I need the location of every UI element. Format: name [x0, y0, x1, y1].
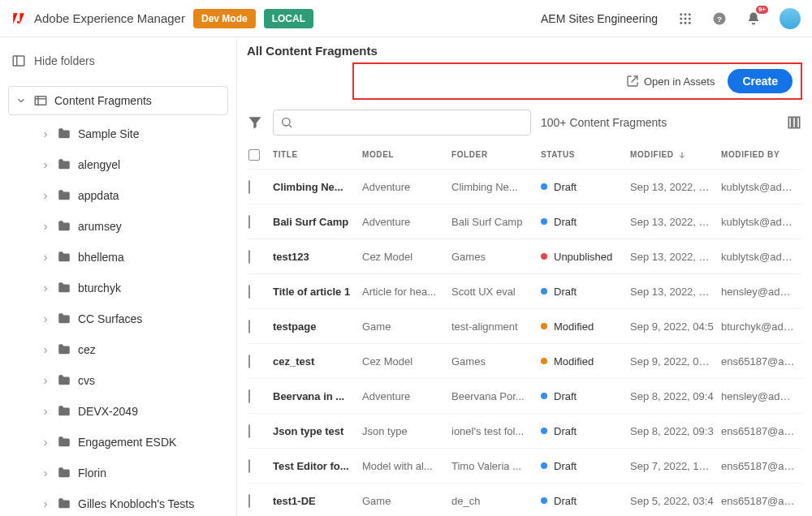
sidebar-item[interactable]: Gilles Knobloch's Tests	[8, 488, 228, 516]
svg-line-17	[289, 125, 292, 127]
cell-model: Game	[362, 320, 451, 333]
cell-folder: Beervana Por...	[451, 390, 541, 402]
brand-label: Adobe Experience Manager	[34, 11, 185, 25]
cell-modified-by: ens65187@adobe	[721, 460, 802, 472]
row-checkbox[interactable]	[248, 355, 250, 368]
svg-point-16	[283, 118, 290, 126]
sidebar-item[interactable]: cez	[8, 334, 228, 365]
chevron-down-icon	[15, 95, 27, 106]
sidebar-item[interactable]: Florin	[8, 458, 228, 488]
cell-status: Unpublished	[541, 251, 630, 263]
row-checkbox[interactable]	[248, 494, 250, 508]
table-row[interactable]: Title of article 1Article for hea...Scot…	[247, 274, 802, 309]
col-status[interactable]: STATUS	[541, 150, 630, 159]
cell-model: Article for hea...	[362, 286, 451, 298]
cell-modified: Sep 9, 2022, 01:39	[630, 355, 721, 368]
status-dot-icon	[541, 428, 547, 434]
sidebar-item-label: appdata	[78, 189, 119, 202]
sidebar-item-label: cvs	[78, 374, 95, 387]
cell-modified: Sep 13, 2022, 09:1	[630, 216, 721, 228]
org-name[interactable]: AEM Sites Engineering	[541, 12, 658, 25]
chevron-right-icon	[41, 345, 50, 355]
page-title: All Content Fragments	[247, 44, 802, 58]
sidebar-item[interactable]: CC Surfaces	[8, 303, 228, 334]
sidebar-item[interactable]: arumsey	[8, 211, 228, 242]
chevron-right-icon	[41, 406, 50, 416]
status-label: Draft	[554, 495, 577, 507]
cell-modified-by: kublytsk@adobe	[721, 251, 802, 263]
svg-rect-19	[793, 117, 795, 127]
col-folder[interactable]: FOLDER	[451, 150, 541, 159]
sidebar-item[interactable]: cvs	[8, 365, 228, 396]
folder-icon	[57, 157, 71, 172]
select-all-checkbox[interactable]	[248, 149, 260, 161]
search-input[interactable]	[273, 110, 531, 135]
table-row[interactable]: Json type testJson typeionel's test fol.…	[247, 414, 802, 449]
sidebar-item[interactable]: DEVX-2049	[8, 396, 228, 427]
col-model[interactable]: MODEL	[362, 150, 451, 159]
column-settings-icon[interactable]	[786, 114, 802, 131]
table-row[interactable]: Bali Surf CampAdventureBali Surf CampDra…	[247, 204, 802, 239]
sidebar-item-label: DEVX-2049	[78, 405, 138, 418]
cell-modified: Sep 5, 2022, 03:4	[630, 495, 721, 507]
col-title[interactable]: TITLE	[273, 150, 362, 159]
cell-folder: ionel's test fol...	[451, 425, 541, 437]
hide-folders-button[interactable]: Hide folders	[8, 45, 228, 76]
cell-status: Draft	[541, 286, 630, 298]
row-checkbox[interactable]	[248, 389, 250, 403]
sidebar-item[interactable]: bturchyk	[8, 273, 228, 303]
tree-root[interactable]: Content Fragments	[8, 86, 228, 115]
row-checkbox[interactable]	[248, 215, 250, 229]
status-label: Unpublished	[554, 251, 612, 263]
col-modified[interactable]: MODIFIED	[630, 150, 721, 160]
row-checkbox[interactable]	[248, 250, 250, 264]
tree-root-label: Content Fragments	[54, 94, 152, 107]
help-icon[interactable]: ?	[711, 11, 728, 27]
status-dot-icon	[541, 218, 547, 225]
sidebar-item[interactable]: alengyel	[8, 149, 228, 180]
filter-icon[interactable]	[247, 114, 263, 131]
cell-title: test123	[273, 251, 362, 263]
status-dot-icon	[541, 253, 547, 260]
table-row[interactable]: Climbing Ne...AdventureClimbing Ne...Dra…	[247, 170, 802, 204]
sidebar-item[interactable]: Sample Site	[8, 118, 228, 149]
apps-grid-icon[interactable]	[677, 11, 693, 27]
table-row[interactable]: cez_testCez ModelGamesModifiedSep 9, 202…	[247, 344, 802, 379]
create-button[interactable]: Create	[728, 69, 793, 93]
cell-title: Title of article 1	[273, 286, 362, 298]
open-in-assets-button[interactable]: Open in Assets	[626, 75, 715, 88]
status-label: Draft	[554, 425, 577, 437]
sidebar-item-label: alengyel	[78, 158, 120, 171]
row-checkbox[interactable]	[248, 459, 250, 473]
sidebar-item[interactable]: bhellema	[8, 242, 228, 273]
table-row[interactable]: test123Cez ModelGamesUnpublishedSep 13, …	[247, 239, 802, 274]
sidebar-item[interactable]: Engagement ESDK	[8, 427, 228, 458]
col-modified-by[interactable]: MODIFIED BY	[721, 150, 802, 159]
svg-point-4	[685, 17, 687, 19]
row-checkbox[interactable]	[248, 320, 250, 333]
sidebar-item-label: Florin	[78, 467, 106, 479]
status-label: Modified	[554, 355, 594, 368]
cell-folder: Games	[451, 355, 541, 368]
search-field[interactable]	[300, 116, 524, 129]
chevron-right-icon	[41, 129, 50, 139]
row-checkbox[interactable]	[248, 180, 250, 194]
status-label: Draft	[554, 286, 577, 298]
table-row[interactable]: Test Editor fo...Model with al...Timo Va…	[247, 449, 802, 484]
table-row[interactable]: test1-DEGamede_chDraftSep 5, 2022, 03:4e…	[247, 484, 802, 516]
row-checkbox[interactable]	[248, 285, 250, 299]
avatar[interactable]	[780, 8, 801, 29]
cell-modified-by: ens65187@adobe	[721, 495, 802, 507]
cell-status: Draft	[541, 425, 630, 437]
sidebar-item[interactable]: appdata	[8, 180, 228, 211]
status-label: Draft	[554, 390, 577, 402]
notifications-icon[interactable]: 9+	[745, 11, 762, 27]
row-checkbox[interactable]	[248, 424, 250, 438]
cell-status: Draft	[541, 216, 630, 228]
table-row[interactable]: testpageGametest-alignmentModifiedSep 9,…	[247, 309, 802, 344]
chevron-right-icon	[41, 437, 50, 447]
table-row[interactable]: Beervana in ...AdventureBeervana Por...D…	[247, 379, 802, 414]
folder-icon	[57, 466, 71, 480]
cell-model: Adventure	[362, 216, 451, 228]
sidebar-item-label: CC Surfaces	[78, 312, 142, 325]
